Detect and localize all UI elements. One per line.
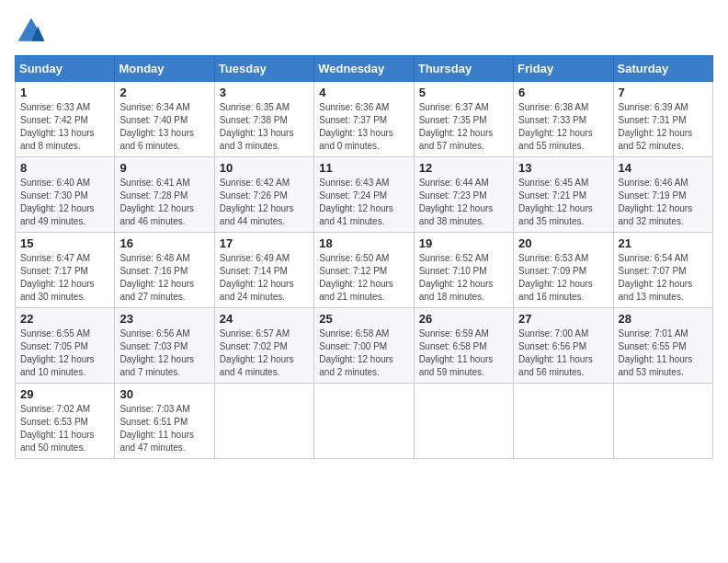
day-cell-21: 21 Sunrise: 6:54 AM Sunset: 7:07 PM Dayl… (613, 233, 712, 308)
day-cell-7: 7 Sunrise: 6:39 AM Sunset: 7:31 PM Dayli… (613, 82, 712, 157)
day-cell-17: 17 Sunrise: 6:49 AM Sunset: 7:14 PM Dayl… (214, 233, 313, 308)
day-number-21: 21 (619, 236, 708, 250)
day-cell-4: 4 Sunrise: 6:36 AM Sunset: 7:37 PM Dayli… (314, 82, 414, 157)
day-number-8: 8 (20, 161, 109, 175)
day-info-8: Sunrise: 6:40 AM Sunset: 7:30 PM Dayligh… (20, 177, 109, 228)
day-number-18: 18 (319, 236, 408, 250)
day-info-7: Sunrise: 6:39 AM Sunset: 7:31 PM Dayligh… (619, 101, 708, 153)
day-info-20: Sunrise: 6:53 AM Sunset: 7:09 PM Dayligh… (518, 252, 608, 304)
day-info-22: Sunrise: 6:55 AM Sunset: 7:05 PM Dayligh… (20, 327, 109, 379)
day-info-28: Sunrise: 7:01 AM Sunset: 6:55 PM Dayligh… (619, 327, 708, 379)
day-number-26: 26 (419, 312, 508, 326)
day-info-12: Sunrise: 6:44 AM Sunset: 7:23 PM Dayligh… (419, 177, 508, 228)
day-info-1: Sunrise: 6:33 AM Sunset: 7:42 PM Dayligh… (20, 101, 109, 153)
page-header (15, 15, 713, 48)
day-number-14: 14 (619, 161, 708, 175)
day-cell-24: 24 Sunrise: 6:57 AM Sunset: 7:02 PM Dayl… (214, 308, 313, 384)
calendar-row: 8 Sunrise: 6:40 AM Sunset: 7:30 PM Dayli… (16, 157, 713, 233)
day-info-2: Sunrise: 6:34 AM Sunset: 7:40 PM Dayligh… (119, 101, 209, 153)
day-info-10: Sunrise: 6:42 AM Sunset: 7:26 PM Dayligh… (220, 177, 309, 228)
day-info-5: Sunrise: 6:37 AM Sunset: 7:35 PM Dayligh… (419, 101, 508, 153)
calendar-row: 15 Sunrise: 6:47 AM Sunset: 7:17 PM Dayl… (16, 233, 713, 308)
day-info-11: Sunrise: 6:43 AM Sunset: 7:24 PM Dayligh… (319, 177, 408, 228)
day-number-23: 23 (119, 312, 209, 326)
day-info-30: Sunrise: 7:03 AM Sunset: 6:51 PM Dayligh… (119, 403, 209, 454)
day-number-4: 4 (319, 86, 408, 99)
day-info-6: Sunrise: 6:38 AM Sunset: 7:33 PM Dayligh… (518, 101, 608, 153)
day-number-15: 15 (20, 236, 109, 250)
day-cell-11: 11 Sunrise: 6:43 AM Sunset: 7:24 PM Dayl… (314, 157, 414, 233)
day-number-12: 12 (419, 161, 508, 175)
day-number-7: 7 (619, 86, 708, 99)
day-info-29: Sunrise: 7:02 AM Sunset: 6:53 PM Dayligh… (20, 403, 109, 454)
day-number-28: 28 (619, 312, 708, 326)
day-number-1: 1 (20, 86, 109, 99)
day-number-2: 2 (119, 86, 209, 99)
col-thursday: Thursday (414, 56, 513, 82)
col-monday: Monday (115, 56, 214, 82)
day-cell-13: 13 Sunrise: 6:45 AM Sunset: 7:21 PM Dayl… (514, 157, 613, 233)
empty-cell (314, 384, 414, 459)
day-info-21: Sunrise: 6:54 AM Sunset: 7:07 PM Dayligh… (619, 252, 708, 304)
calendar: Sunday Monday Tuesday Wednesday Thursday… (15, 55, 713, 459)
day-info-9: Sunrise: 6:41 AM Sunset: 7:28 PM Dayligh… (119, 177, 209, 228)
day-info-19: Sunrise: 6:52 AM Sunset: 7:10 PM Dayligh… (419, 252, 508, 304)
day-cell-27: 27 Sunrise: 7:00 AM Sunset: 6:56 PM Dayl… (514, 308, 613, 384)
empty-cell (214, 384, 313, 459)
day-cell-3: 3 Sunrise: 6:35 AM Sunset: 7:38 PM Dayli… (214, 82, 313, 157)
day-number-6: 6 (518, 86, 608, 99)
day-info-14: Sunrise: 6:46 AM Sunset: 7:19 PM Dayligh… (619, 177, 708, 228)
day-info-4: Sunrise: 6:36 AM Sunset: 7:37 PM Dayligh… (319, 101, 408, 153)
calendar-row: 22 Sunrise: 6:55 AM Sunset: 7:05 PM Dayl… (16, 308, 713, 384)
day-number-29: 29 (20, 387, 109, 401)
col-saturday: Saturday (613, 56, 712, 82)
day-number-9: 9 (119, 161, 209, 175)
day-info-25: Sunrise: 6:58 AM Sunset: 7:00 PM Dayligh… (319, 327, 408, 379)
day-info-17: Sunrise: 6:49 AM Sunset: 7:14 PM Dayligh… (220, 252, 309, 304)
day-cell-6: 6 Sunrise: 6:38 AM Sunset: 7:33 PM Dayli… (514, 82, 613, 157)
day-info-18: Sunrise: 6:50 AM Sunset: 7:12 PM Dayligh… (319, 252, 408, 304)
day-number-10: 10 (220, 161, 309, 175)
day-cell-2: 2 Sunrise: 6:34 AM Sunset: 7:40 PM Dayli… (115, 82, 214, 157)
day-cell-23: 23 Sunrise: 6:56 AM Sunset: 7:03 PM Dayl… (115, 308, 214, 384)
day-info-24: Sunrise: 6:57 AM Sunset: 7:02 PM Dayligh… (220, 327, 309, 379)
day-number-5: 5 (419, 86, 508, 99)
empty-cell (514, 384, 613, 459)
day-number-13: 13 (518, 161, 608, 175)
day-number-25: 25 (319, 312, 408, 326)
calendar-row: 29 Sunrise: 7:02 AM Sunset: 6:53 PM Dayl… (16, 384, 713, 459)
day-cell-19: 19 Sunrise: 6:52 AM Sunset: 7:10 PM Dayl… (414, 233, 513, 308)
col-sunday: Sunday (16, 56, 115, 82)
day-cell-15: 15 Sunrise: 6:47 AM Sunset: 7:17 PM Dayl… (16, 233, 115, 308)
day-info-26: Sunrise: 6:59 AM Sunset: 6:58 PM Dayligh… (419, 327, 508, 379)
day-number-30: 30 (119, 387, 209, 401)
day-cell-1: 1 Sunrise: 6:33 AM Sunset: 7:42 PM Dayli… (16, 82, 115, 157)
day-cell-9: 9 Sunrise: 6:41 AM Sunset: 7:28 PM Dayli… (115, 157, 214, 233)
day-cell-28: 28 Sunrise: 7:01 AM Sunset: 6:55 PM Dayl… (613, 308, 712, 384)
calendar-row: 1 Sunrise: 6:33 AM Sunset: 7:42 PM Dayli… (16, 82, 713, 157)
day-number-3: 3 (220, 86, 309, 99)
day-cell-29: 29 Sunrise: 7:02 AM Sunset: 6:53 PM Dayl… (16, 384, 115, 459)
day-info-15: Sunrise: 6:47 AM Sunset: 7:17 PM Dayligh… (20, 252, 109, 304)
logo-icon (15, 15, 48, 48)
day-number-19: 19 (419, 236, 508, 250)
day-cell-16: 16 Sunrise: 6:48 AM Sunset: 7:16 PM Dayl… (115, 233, 214, 308)
day-info-16: Sunrise: 6:48 AM Sunset: 7:16 PM Dayligh… (119, 252, 209, 304)
day-number-11: 11 (319, 161, 408, 175)
day-cell-26: 26 Sunrise: 6:59 AM Sunset: 6:58 PM Dayl… (414, 308, 513, 384)
day-info-27: Sunrise: 7:00 AM Sunset: 6:56 PM Dayligh… (518, 327, 608, 379)
empty-cell (613, 384, 712, 459)
col-wednesday: Wednesday (314, 56, 414, 82)
day-info-13: Sunrise: 6:45 AM Sunset: 7:21 PM Dayligh… (518, 177, 608, 228)
empty-cell (414, 384, 513, 459)
day-cell-5: 5 Sunrise: 6:37 AM Sunset: 7:35 PM Dayli… (414, 82, 513, 157)
day-cell-30: 30 Sunrise: 7:03 AM Sunset: 6:51 PM Dayl… (115, 384, 214, 459)
logo (15, 15, 51, 48)
day-number-27: 27 (518, 312, 608, 326)
day-number-24: 24 (220, 312, 309, 326)
day-number-17: 17 (220, 236, 309, 250)
day-number-20: 20 (518, 236, 608, 250)
day-cell-10: 10 Sunrise: 6:42 AM Sunset: 7:26 PM Dayl… (214, 157, 313, 233)
day-info-3: Sunrise: 6:35 AM Sunset: 7:38 PM Dayligh… (220, 101, 309, 153)
col-tuesday: Tuesday (214, 56, 313, 82)
